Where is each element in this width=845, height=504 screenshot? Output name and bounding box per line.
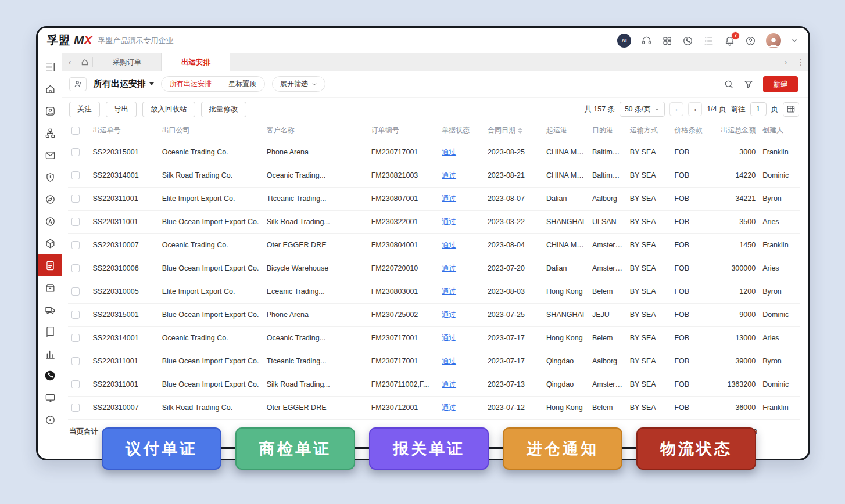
new-button[interactable]: 新建 <box>763 76 798 92</box>
avatar[interactable] <box>766 33 781 48</box>
sidebar-marketing-compass-icon[interactable] <box>38 188 62 210</box>
table-row[interactable]: SS220310005Elite Import Export Co.Eceani… <box>68 280 800 303</box>
app-logo[interactable]: 孚盟 M X <box>47 33 92 48</box>
notification-bell-icon[interactable]: 7 <box>724 35 735 46</box>
table-row[interactable]: SS220314001Silk Road Trading Co.Oceanic … <box>68 164 800 187</box>
row-checkbox[interactable] <box>71 404 80 412</box>
tabs-scroll-left-icon[interactable]: ‹ <box>62 53 77 71</box>
search-icon[interactable] <box>724 79 734 89</box>
goto-page-input[interactable] <box>750 102 767 116</box>
row-checkbox[interactable] <box>71 264 80 272</box>
next-page-button[interactable]: › <box>688 102 702 116</box>
sidebar-ledger-book-icon[interactable] <box>38 321 62 343</box>
segment-starred-top[interactable]: 星标置顶 <box>220 77 264 91</box>
cell-method: BY SEA <box>626 187 671 210</box>
status-link[interactable]: 通过 <box>442 148 456 156</box>
sidebar-shipping-documents-icon[interactable] <box>38 254 62 276</box>
sidebar-org-structure-icon[interactable] <box>38 122 62 144</box>
help-icon[interactable] <box>745 35 756 46</box>
expand-filter-button[interactable]: 展开筛选 <box>272 76 325 92</box>
view-switch-icon[interactable] <box>69 77 87 91</box>
flow-negotiation-docs-button[interactable]: 议付单证 <box>102 427 221 470</box>
view-selector-dropdown[interactable]: 所有出运安排 <box>94 78 154 89</box>
table-row[interactable]: SS220311001Elite Import Export Co.Ttcean… <box>68 187 800 210</box>
row-checkbox[interactable] <box>71 241 80 249</box>
column-header-to: 目的港 <box>589 121 626 141</box>
column-settings-icon[interactable] <box>783 102 799 117</box>
ai-assistant-icon[interactable]: AI <box>617 34 631 48</box>
sidebar-home-icon[interactable] <box>38 78 62 100</box>
tabs-more-kebab-icon[interactable]: ⋮ <box>793 53 808 71</box>
row-checkbox[interactable] <box>71 195 80 203</box>
status-link[interactable]: 通过 <box>442 380 456 388</box>
column-header-customer: 客户名称 <box>263 121 368 141</box>
row-checkbox[interactable] <box>71 218 80 226</box>
table-row[interactable]: SS220314001Oceanic Trading Co.Oceanic Tr… <box>68 326 800 350</box>
table-row[interactable]: SS220315001Blue Ocean Import Export Co.P… <box>68 303 800 326</box>
sidebar-collapse-menu-icon[interactable] <box>38 56 62 78</box>
chevron-down-icon[interactable] <box>791 37 798 44</box>
status-link[interactable]: 通过 <box>442 171 456 179</box>
sidebar-mail-icon[interactable] <box>38 144 62 166</box>
sidebar-contacts-icon[interactable] <box>38 100 62 122</box>
status-link[interactable]: 通过 <box>442 311 456 319</box>
filter-funnel-icon[interactable] <box>743 79 754 89</box>
sidebar-target-icon[interactable] <box>38 409 62 431</box>
status-link[interactable]: 通过 <box>442 264 456 272</box>
status-link[interactable]: 通过 <box>442 287 456 296</box>
task-list-icon[interactable] <box>703 35 714 46</box>
row-checkbox[interactable] <box>71 380 80 388</box>
sort-icon[interactable] <box>518 128 522 134</box>
status-link[interactable]: 通过 <box>442 195 456 203</box>
row-checkbox[interactable] <box>71 171 80 179</box>
prev-page-button[interactable]: ‹ <box>669 102 683 116</box>
sidebar-logistics-truck-icon[interactable] <box>38 298 62 321</box>
sidebar-orders-package-icon[interactable] <box>38 232 62 254</box>
tab-shipping-arrangement[interactable]: 出运安排 <box>162 53 230 71</box>
export-button[interactable]: 导出 <box>106 102 137 117</box>
table-row[interactable]: SS220315001Oceanic Trading Co.Phone Aren… <box>68 141 800 164</box>
segment-all-shipments[interactable]: 所有出运安排 <box>162 77 220 91</box>
flow-warehouse-notice-button[interactable]: 进仓通知 <box>503 427 622 470</box>
headset-support-icon[interactable] <box>641 35 652 46</box>
sidebar-reports-chart-icon[interactable] <box>38 343 62 365</box>
tab-purchase-orders[interactable]: 采购订单 <box>93 53 162 71</box>
table-row[interactable]: SS220311001Blue Ocean Import Export Co.S… <box>68 210 800 233</box>
table-row[interactable]: SS220310007Silk Road Trading Co.Oter EGG… <box>68 396 800 419</box>
summary-label: 当页合计 <box>69 427 98 437</box>
page-size-select[interactable]: 50 条/页 <box>620 102 665 117</box>
table-row[interactable]: SS220311001Blue Ocean Import Export Co.S… <box>68 373 800 396</box>
tabs-home-icon[interactable] <box>77 53 92 71</box>
row-checkbox[interactable] <box>71 148 80 156</box>
column-header-date[interactable]: 合同日期 <box>484 121 543 141</box>
apps-grid-icon[interactable] <box>662 35 672 46</box>
follow-button[interactable]: 关注 <box>69 102 100 117</box>
status-link[interactable]: 通过 <box>442 357 456 365</box>
recycle-bin-button[interactable]: 放入回收站 <box>142 102 195 117</box>
table-row[interactable]: SS220310006Blue Ocean Import Export Co.B… <box>68 257 800 280</box>
row-checkbox[interactable] <box>71 334 80 342</box>
tabs-scroll-right-icon[interactable]: › <box>778 53 793 71</box>
status-link[interactable]: 通过 <box>442 404 456 412</box>
status-link[interactable]: 通过 <box>442 218 456 226</box>
phone-chat-icon[interactable] <box>682 35 693 46</box>
cell-terms: FOB <box>671 350 713 373</box>
row-checkbox[interactable] <box>71 311 80 319</box>
status-link[interactable]: 通过 <box>442 334 456 342</box>
sidebar-crm-icon[interactable] <box>38 210 62 232</box>
sidebar-whatsapp-icon[interactable] <box>38 365 62 387</box>
row-checkbox[interactable] <box>71 357 80 365</box>
select-all-checkbox[interactable] <box>71 127 80 135</box>
flow-customs-docs-button[interactable]: 报关单证 <box>369 427 489 470</box>
batch-edit-button[interactable]: 批量修改 <box>201 102 246 117</box>
status-link[interactable]: 通过 <box>442 241 456 249</box>
flow-inspection-docs-button[interactable]: 商检单证 <box>235 427 355 470</box>
sidebar-monitor-icon[interactable] <box>38 387 62 409</box>
table-row[interactable]: SS220310007Oceanic Trading Co.Oter EGGER… <box>68 233 800 257</box>
sidebar-approval-shield-icon[interactable] <box>38 166 62 188</box>
table-row[interactable]: SS220311001Blue Ocean Import Export Co.T… <box>68 350 800 373</box>
cell-from: CHINA MA... <box>543 233 589 257</box>
flow-logistics-status-button[interactable]: 物流状态 <box>636 427 756 470</box>
row-checkbox[interactable] <box>71 287 80 296</box>
sidebar-warehouse-box-icon[interactable] <box>38 276 62 298</box>
